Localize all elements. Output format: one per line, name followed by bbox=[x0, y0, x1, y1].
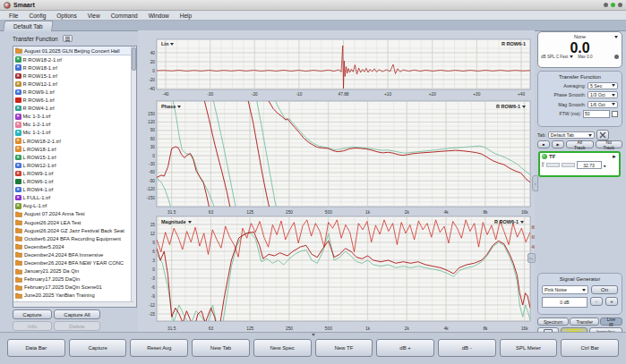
ftw-input[interactable]: 50 bbox=[583, 110, 610, 118]
svg-text:150: 150 bbox=[148, 112, 155, 116]
trf-file-list-item[interactable]: L ROW6-1.trf bbox=[13, 178, 136, 186]
live-ir-mode-button[interactable]: Live IR bbox=[600, 317, 622, 326]
trf-file-list-item[interactable]: ✕R ROW18-1.trf bbox=[13, 63, 136, 72]
menu-window[interactable]: Window bbox=[143, 13, 175, 19]
spl-meter-button[interactable]: SPL Meter bbox=[500, 339, 558, 357]
trf-file-list-item[interactable]: ✕L ROW18-2-1.trf bbox=[13, 137, 136, 145]
data-bar-button[interactable]: Data Bar bbox=[7, 339, 65, 357]
generator-on-button[interactable]: On bbox=[591, 285, 618, 294]
folder-list-item[interactable]: February17.2025 DaQin Scene01 bbox=[13, 284, 136, 292]
db--button[interactable]: dB + bbox=[376, 339, 434, 357]
tf-measurement-box[interactable]: TF ► M R 32.73 ● bbox=[538, 151, 621, 177]
folder-list-item[interactable]: August 07.2024 Anna Test bbox=[13, 210, 136, 218]
phase-trace-label[interactable]: R ROW6-1 bbox=[496, 104, 520, 109]
folder-list-item[interactable]: December5.2024 bbox=[13, 242, 136, 250]
menu-file[interactable]: File bbox=[4, 13, 23, 19]
impulse-view-label[interactable]: Lin bbox=[161, 41, 168, 47]
folder-list-item[interactable]: January21.2025 Da Qin bbox=[13, 267, 136, 275]
setting-select[interactable]: 1/6 Oct bbox=[587, 101, 618, 108]
folder-list-item[interactable]: October6.2024 BFA Recording Equipment bbox=[13, 234, 136, 242]
ftw-checkbox[interactable] bbox=[612, 111, 618, 117]
title-bar[interactable]: Smaart bbox=[0, 0, 626, 11]
spl-source-select[interactable]: None bbox=[538, 32, 622, 41]
capture-button[interactable]: Capture bbox=[69, 339, 127, 357]
generator-type-select[interactable]: Pink Noise bbox=[542, 285, 588, 294]
tf-play-icon[interactable]: ► bbox=[612, 154, 617, 159]
file-list[interactable]: August 01.2025 GLN Beijing Concert Hall✕… bbox=[13, 46, 137, 308]
folder-list-item[interactable]: August 01.2025 GLN Beijing Concert Hall bbox=[13, 47, 136, 55]
trf-file-list-item[interactable]: ✕R ROW9-1.trf bbox=[13, 88, 136, 96]
folder-list-item[interactable]: June20.2025 YanBian Training bbox=[13, 292, 136, 300]
trf-file-list-item[interactable]: ✕Mic 1-2-1.trf bbox=[13, 121, 136, 129]
folder-list-item[interactable]: December26.2024 BFA NEW YEAR CONC bbox=[13, 258, 136, 267]
trf-file-list-item[interactable]: ✕L ROW9-1.trf bbox=[13, 169, 136, 177]
no-track-button[interactable]: No Track bbox=[596, 140, 623, 148]
folder-list-item[interactable]: August26.2024 GZ Jazz Festival Back Seat bbox=[13, 226, 136, 234]
trf-file-list-item[interactable]: ✕L FULL-1.trf bbox=[13, 194, 136, 202]
tab-select[interactable]: Default Tab bbox=[548, 131, 595, 139]
generator-level-plus-button[interactable]: + bbox=[605, 297, 618, 306]
svg-text:2k: 2k bbox=[405, 210, 410, 215]
trf-file-list-item[interactable]: ✕L ROW18-1.trf bbox=[13, 145, 136, 153]
tf-record-icon[interactable]: ● bbox=[604, 163, 606, 168]
phase-view-label[interactable]: Phase bbox=[161, 104, 176, 109]
stop-all-button[interactable]: ■ bbox=[537, 140, 550, 148]
panel-collapse-handle-left[interactable]: ‹ bbox=[532, 175, 538, 191]
menu-config[interactable]: Config bbox=[23, 13, 51, 19]
folder-list-item[interactable]: December24.2024 BFA Immersive bbox=[13, 250, 136, 258]
list-horizontal-scrollbar[interactable] bbox=[13, 301, 133, 307]
db--button[interactable]: dB - bbox=[438, 339, 496, 357]
generator-level-minus-button[interactable]: - bbox=[590, 297, 603, 306]
tf-delay-value[interactable]: 32.73 bbox=[577, 161, 602, 169]
list-vertical-scrollbar[interactable] bbox=[131, 47, 136, 307]
all-track-button[interactable]: All Track bbox=[566, 140, 594, 148]
trf-file-list-item[interactable]: ✕L ROW12-1.trf bbox=[13, 161, 136, 169]
folder-list-item[interactable]: August26.2024 LEA Test bbox=[13, 218, 136, 226]
capture-all-button[interactable]: Capture All bbox=[54, 309, 100, 319]
sidebar-menu-icon[interactable] bbox=[63, 35, 73, 42]
trf-file-list-item[interactable]: ✕R ROW18-2-1.trf bbox=[13, 55, 136, 63]
reset-avg-button[interactable]: Reset Avg bbox=[130, 339, 188, 357]
chart-area: 40200-20-40-40-30-20-1047.88+10+20+30+40… bbox=[138, 30, 535, 332]
folder-list-item[interactable]: February17.2025 DaQin bbox=[13, 275, 136, 284]
new-tab-button[interactable]: New Tab bbox=[192, 339, 250, 357]
delete-button[interactable]: Delete bbox=[54, 321, 100, 331]
spectrum-mode-button[interactable]: Spectrum bbox=[537, 317, 569, 326]
menu-options[interactable]: Options bbox=[51, 13, 81, 19]
spl-unit-select[interactable]: dB SPL C Fast bbox=[541, 55, 568, 59]
new-tf-button[interactable]: New TF bbox=[315, 339, 373, 357]
chart-legend-handle[interactable]: ▷ bbox=[527, 253, 536, 263]
phase-chart[interactable]: 1501209060300-30-60-90-120-15031.5631252… bbox=[140, 100, 535, 216]
trf-file-list-item[interactable]: ✕L ROW15-1.trf bbox=[13, 153, 136, 161]
magnitude-view-label[interactable]: Magnitude bbox=[161, 219, 186, 224]
setting-select[interactable]: 1/3 Oct bbox=[587, 91, 618, 98]
generator-level-input[interactable]: 0 dB bbox=[542, 297, 587, 308]
magnitude-trace-label[interactable]: R ROW6-1 bbox=[494, 219, 519, 224]
tab-default[interactable]: Default Tab bbox=[3, 21, 53, 31]
ctrl-bar-button[interactable]: Ctrl Bar bbox=[561, 339, 619, 357]
trf-file-list-item[interactable]: R ROW6-1.trf bbox=[13, 97, 136, 105]
info-button[interactable]: Info bbox=[13, 321, 52, 331]
new-spec-button[interactable]: New Spec bbox=[253, 339, 312, 357]
trf-file-list-item[interactable]: ✕R ROW15-1.trf bbox=[13, 72, 136, 80]
trf-file-list-item[interactable]: ✕Mic 1-1-1.trf bbox=[13, 129, 136, 137]
close-button[interactable] bbox=[618, 3, 622, 7]
trf-file-list-item[interactable]: ✕R ROW4-1.trf bbox=[13, 105, 136, 113]
capture-button[interactable]: Capture bbox=[13, 309, 52, 319]
menu-view[interactable]: View bbox=[82, 13, 106, 19]
menu-command[interactable]: Command bbox=[106, 13, 143, 19]
setting-select[interactable]: 5 Sec bbox=[587, 82, 618, 89]
trf-file-list-item[interactable]: ✕L ROW4-1.trf bbox=[13, 186, 136, 194]
trf-file-list-item[interactable]: ✕R ROW12-1.trf bbox=[13, 80, 136, 88]
magnitude-chart[interactable]: 15129630-3-6-9-12-1531.5631252505001k2k4… bbox=[140, 216, 535, 332]
maximize-button[interactable] bbox=[611, 3, 615, 7]
minimize-button[interactable] bbox=[604, 3, 608, 7]
trf-file-list-item[interactable]: ✕Avg-L-1.trf bbox=[13, 202, 136, 210]
impulse-chart[interactable]: 40200-20-40-40-30-20-1047.88+10+20+30+40… bbox=[140, 34, 535, 100]
trf-file-list-item[interactable]: ✕Mic 1-3-1.trf bbox=[13, 113, 136, 121]
transfer-mode-button[interactable]: Transfer bbox=[570, 317, 598, 326]
menu-help[interactable]: Help bbox=[175, 13, 197, 19]
collapse-handle[interactable] bbox=[304, 333, 322, 337]
play-all-button[interactable]: ▶ bbox=[552, 140, 564, 148]
spl-settings-icon[interactable] bbox=[614, 55, 619, 59]
